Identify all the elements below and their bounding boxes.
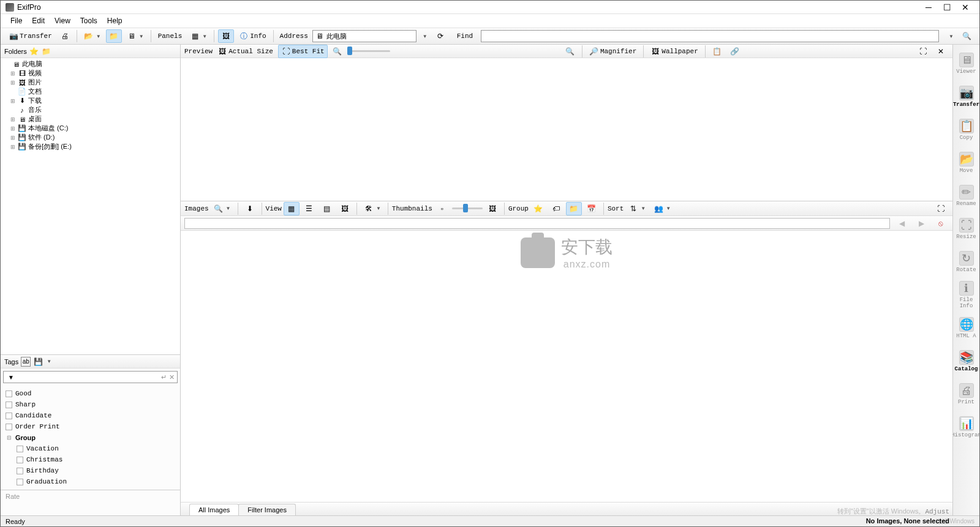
tree-item[interactable]: 🖥此电脑 (3, 59, 178, 69)
close-preview-button[interactable]: ✕ (933, 45, 949, 58)
tool-move[interactable]: 📂Move (954, 146, 979, 179)
thumb-slider[interactable] (452, 207, 483, 209)
folder-open-button[interactable]: 📂▼ (81, 29, 104, 43)
tree-item[interactable]: ⊞💾本地磁盘 (C:) (3, 124, 178, 133)
menu-help[interactable]: Help (102, 15, 127, 26)
menu-view[interactable]: View (50, 15, 75, 26)
tag-row[interactable]: Birthday (6, 465, 175, 476)
menu-tools[interactable]: Tools (75, 15, 102, 26)
checkbox[interactable] (17, 446, 23, 452)
checkbox[interactable] (17, 457, 23, 463)
tool-copy[interactable]: 📋Copy (954, 113, 979, 146)
tool-html-a[interactable]: 🌐HTML A (954, 312, 979, 345)
wallpaper-button[interactable]: 🖼Wallpaper (647, 45, 701, 58)
folder-tree[interactable]: 🖥此电脑⊞🎞视频⊞🖼图片📄文档⊞⬇下载♪音乐⊞🖥桌面⊞💾本地磁盘 (C:)⊞💾软… (1, 58, 180, 354)
tool-rename[interactable]: ✏Rename (954, 179, 979, 212)
tool-histogram[interactable]: 📊Histogram (954, 411, 979, 444)
tool-resize[interactable]: ⛶Resize (954, 212, 979, 245)
expand-icon[interactable]: ⊞ (9, 70, 16, 77)
expand-icon[interactable]: ⊞ (9, 80, 16, 86)
tag-row[interactable]: Good (6, 388, 175, 399)
expand-icon[interactable]: ⊞ (9, 98, 16, 104)
tag-row[interactable]: Vacation (6, 443, 175, 454)
back-button[interactable]: ◀ (894, 217, 910, 230)
tree-item[interactable]: ♪音乐 (3, 105, 178, 114)
path-input[interactable] (184, 218, 890, 229)
tag-row[interactable]: Graduation (6, 476, 175, 487)
menu-file[interactable]: File (6, 15, 27, 26)
find-input[interactable] (481, 30, 939, 42)
tag-group-button[interactable]: 🏷 (548, 202, 564, 215)
cancel-load-button[interactable]: ⬇ (242, 202, 258, 215)
checkbox[interactable] (6, 424, 12, 430)
tool-file-info[interactable]: ℹFile Info (954, 278, 979, 312)
tree-item[interactable]: ⊞💾备份[勿删] (E:) (3, 142, 178, 151)
view-mode-button[interactable]: 🖥▼ (124, 29, 147, 43)
clear-icon[interactable]: ✕ (169, 373, 175, 381)
copy-image-button[interactable]: 📋 (709, 45, 725, 58)
tab-all-images[interactable]: All Images (189, 504, 239, 515)
checkbox[interactable] (6, 413, 12, 419)
folder-tree-button[interactable]: 📁 (106, 29, 122, 43)
magnifier-button[interactable]: 🔎Magnifier (586, 45, 639, 58)
menu-edit[interactable]: Edit (27, 15, 50, 26)
link-button[interactable]: 🔗 (727, 45, 743, 58)
info-button[interactable]: ⓘInfo (236, 29, 269, 43)
zoom-in-button[interactable]: 🔍 (562, 45, 578, 58)
rename-icon[interactable]: ab (21, 357, 31, 367)
transfer-button[interactable]: 📷Transfer (6, 29, 55, 43)
tag-filter-input[interactable] (16, 373, 161, 381)
maximize-images-button[interactable]: ⛶ (933, 202, 949, 215)
thumb-small-button[interactable]: ▫ (434, 202, 450, 215)
tree-item[interactable]: ⊞💾软件 (D:) (3, 133, 178, 142)
search-images-button[interactable]: 🔍▼ (211, 202, 234, 215)
save-icon[interactable]: 💾 (33, 357, 43, 367)
tool-print[interactable]: 🖨Print (954, 378, 979, 411)
thumb-large-button[interactable]: 🖼 (484, 202, 500, 215)
panels-button[interactable]: Panels (155, 29, 186, 43)
tag-row[interactable]: Order Print (6, 421, 175, 432)
tag-row[interactable]: ⊟Group (6, 432, 175, 443)
thumbnail-area[interactable]: 安下载 anxz.com (181, 231, 952, 502)
date-group-button[interactable]: 📅 (584, 202, 600, 215)
tree-item[interactable]: ⊞🖼图片 (3, 78, 178, 87)
view-thumbs-button[interactable]: ▦ (284, 202, 300, 215)
folder-group-button[interactable]: 📁 (566, 202, 582, 215)
tool-rotate[interactable]: ↻Rotate (954, 245, 979, 278)
tree-item[interactable]: 📄文档 (3, 87, 178, 96)
expand-icon[interactable]: ⊞ (9, 116, 16, 122)
expand-icon[interactable]: ⊞ (9, 144, 16, 150)
expand-icon[interactable]: ⊞ (9, 135, 16, 141)
tree-item[interactable]: ⊞⬇下载 (3, 96, 178, 105)
sort-button[interactable]: ⇅▼ (625, 202, 649, 215)
checkbox[interactable] (17, 479, 23, 485)
people-button[interactable]: 👥▼ (650, 202, 674, 215)
checkbox[interactable] (6, 391, 12, 397)
tag-filter[interactable]: ▼ ↵ ✕ (3, 371, 178, 383)
print-button[interactable]: 🖨 (57, 29, 73, 43)
maximize-preview-button[interactable]: ⛶ (915, 45, 931, 58)
actual-size-button[interactable]: 🖼Actual Size (214, 45, 276, 58)
address-dropdown[interactable]: ▼ (418, 29, 431, 43)
checkbox[interactable] (17, 468, 23, 474)
tag-row[interactable]: Candidate (6, 410, 175, 421)
tool-transfer[interactable]: 📷Transfer (954, 80, 979, 113)
tools-button[interactable]: 🛠▼ (361, 202, 384, 215)
expand-icon[interactable]: ⊞ (9, 125, 16, 132)
view-details-button[interactable]: ▤ (319, 202, 335, 215)
forward-button[interactable]: ▶ (913, 217, 929, 230)
checkbox[interactable] (6, 402, 12, 408)
star-icon[interactable]: ⭐ (29, 47, 39, 56)
refresh-button[interactable]: ⟳ (432, 29, 448, 43)
search-button[interactable]: 🔍 (959, 29, 974, 43)
find-dropdown[interactable]: ▼ (944, 29, 957, 43)
panels-dropdown[interactable]: ▦▼ (187, 29, 210, 43)
zoom-slider[interactable] (347, 50, 390, 52)
view-list-button[interactable]: ☰ (301, 202, 317, 215)
new-folder-icon[interactable]: 📁 (42, 47, 51, 56)
view-tiles-button[interactable]: 🖼 (337, 202, 353, 215)
image-toggle-button[interactable]: 🖼 (218, 29, 234, 43)
tag-row[interactable]: Christmas (6, 454, 175, 465)
stop-button[interactable]: ⦸ (933, 217, 949, 230)
maximize-button[interactable]: ☐ (938, 1, 956, 13)
